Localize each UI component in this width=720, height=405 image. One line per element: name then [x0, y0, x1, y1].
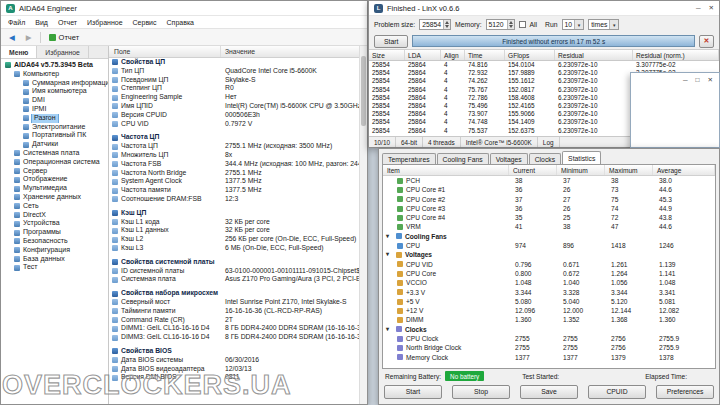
list-row[interactable]: Версия CPUID000506E3h — [109, 111, 359, 120]
tree-item-8[interactable]: Датчики — [1, 140, 108, 149]
menu-item-0[interactable]: Файл — [8, 19, 25, 26]
list-row[interactable]: Command Rate (CR)2T — [109, 316, 359, 325]
linx-table-row[interactable]: 2585425864474.816154.01046.230972e-103.3… — [369, 61, 719, 69]
list-row[interactable]: Частота памяти1377.5 MHz — [109, 186, 359, 195]
report-button[interactable]: Отчет — [46, 32, 83, 43]
sst-tab-voltages[interactable]: Voltages — [490, 153, 528, 164]
sst-data-row[interactable]: VCCIO1.0481.0401.0561.048 — [383, 278, 715, 287]
linx-column-5[interactable]: Residual — [555, 50, 633, 60]
sst-column-2[interactable]: Minimum — [557, 165, 605, 175]
sst-tab-cooling-fans[interactable]: Cooling Fans — [437, 153, 489, 164]
sst-data-row[interactable]: North Bridge Clock2755275527562755.9 — [383, 343, 715, 352]
spinner-arrows-icon[interactable] — [443, 20, 450, 29]
minimize-icon[interactable]: ─ — [696, 4, 701, 12]
list-row[interactable]: Частота North Bridge2755.1 MHz — [109, 169, 359, 178]
sst-column-3[interactable]: Maximum — [605, 165, 653, 175]
sst-data-row[interactable]: CPU Core #435257243.8 — [383, 213, 715, 222]
tree-item-19[interactable]: Безопасность — [1, 237, 108, 246]
background-window[interactable]: ─ □ ✕ — [630, 72, 720, 148]
sst-tab-temperatures[interactable]: Temperatures — [382, 153, 436, 164]
tree-item-18[interactable]: Программы — [1, 228, 108, 237]
memory-input[interactable]: 5120 — [486, 19, 515, 30]
list-section-header[interactable]: Частота ЦП — [109, 133, 359, 142]
tree-item-15[interactable]: Сеть — [1, 202, 108, 211]
list-row[interactable]: Частота FSB344.4 MHz (исходная: 100 MHz,… — [109, 160, 359, 169]
spinner-arrows-icon[interactable] — [507, 20, 514, 29]
linx-column-0[interactable]: Size — [369, 50, 405, 60]
sst-tab-statistics[interactable]: Statistics — [562, 151, 601, 164]
list-row[interactable]: Частота ЦП2755.1 MHz (исходная: 3500 MHz… — [109, 142, 359, 151]
sst-tab-clocks[interactable]: Clocks — [529, 153, 561, 164]
list-row[interactable]: Тип ЦПQuadCore Intel Core i5-6600K — [109, 67, 359, 76]
list-row[interactable]: Системная платаAsus Z170 Pro Gaming/Aura… — [109, 275, 359, 284]
column-header-value[interactable]: Значение — [221, 46, 359, 57]
menu-item-2[interactable]: Отчет — [58, 19, 77, 26]
scrollbar[interactable] — [359, 46, 367, 404]
list-row[interactable]: Дата BIOS видеоадаптера12/03/13 — [109, 365, 359, 374]
tree-item-16[interactable]: DirectX — [1, 211, 108, 220]
list-row[interactable]: Кэш L1 данных32 КБ per core — [109, 226, 359, 235]
tree-item-10[interactable]: Операционная система — [1, 158, 108, 167]
sst-button-cpuid[interactable]: CPUID — [588, 385, 646, 399]
list-section-header[interactable]: Свойства системной платы — [109, 258, 359, 267]
sst-column-4[interactable]: Average — [653, 165, 715, 175]
tree-item-11[interactable]: Сервер — [1, 167, 108, 176]
list-row[interactable]: Соотношение DRAM:FSB12:3 — [109, 195, 359, 204]
tree-item-2[interactable]: Имя компьютера — [1, 87, 108, 96]
tree-item-5[interactable]: Разгон — [1, 114, 108, 123]
list-row[interactable]: Псевдоним ЦПSkylake-S — [109, 76, 359, 85]
sst-data-row[interactable]: CPU Core #336267444.9 — [383, 204, 715, 213]
list-row[interactable]: CPU VID0.7972 V — [109, 120, 359, 129]
linx-column-2[interactable]: Align — [441, 50, 465, 60]
list-row[interactable]: Дата BIOS системы06/30/2016 — [109, 356, 359, 365]
linx-column-3[interactable]: Time — [465, 50, 505, 60]
list-row[interactable]: Тайминги памяти16-16-16-36 (CL-RCD-RP-RA… — [109, 307, 359, 316]
sst-data-row[interactable]: PCH38373838.0 — [383, 176, 715, 185]
tree-item-9[interactable]: Системная плата — [1, 149, 108, 158]
sst-group-row[interactable]: ▾Voltages — [383, 250, 715, 259]
all-checkbox[interactable] — [519, 21, 526, 28]
linx-column-4[interactable]: GFlops — [505, 50, 555, 60]
sst-data-row[interactable]: VRM41384744.6 — [383, 222, 715, 231]
list-section-header[interactable]: Свойства набора микросхем — [109, 289, 359, 298]
sst-column-1[interactable]: Current — [509, 165, 557, 175]
sst-button-save[interactable]: Save — [520, 385, 578, 399]
tree-item-6[interactable]: Электропитание — [1, 123, 108, 132]
problem-size-input[interactable]: 25854 — [419, 19, 451, 30]
sst-group-row[interactable]: ▾Clocks — [383, 325, 715, 334]
list-section-header[interactable]: Свойства ЦП — [109, 58, 359, 67]
sst-group-row[interactable]: ▾Cooling Fans — [383, 232, 715, 241]
linx-start-button[interactable]: Start — [374, 35, 408, 48]
list-row[interactable]: Engineering SampleНет — [109, 93, 359, 102]
list-row[interactable]: DIMM3: GeIL CL16-16-16 D48 ГБ DDR4-2400 … — [109, 333, 359, 342]
menu-item-4[interactable]: Сервис — [133, 19, 157, 26]
sst-data-row[interactable]: DIMM1.3601.3521.3681.360 — [383, 315, 715, 324]
list-row[interactable]: Кэш L1 кода32 КБ per core — [109, 218, 359, 227]
tree-root[interactable]: AIDA64 v5.75.3945 Beta — [1, 61, 108, 70]
linx-titlebar[interactable]: L Finished - LinX v0.6.6 ─ ✕ — [369, 1, 719, 16]
tree-item-1[interactable]: Суммарная информация — [1, 79, 108, 88]
tree-item-3[interactable]: DMI — [1, 96, 108, 105]
run-count-select[interactable]: 10 ▾ — [562, 19, 585, 30]
tree-item-22[interactable]: Тест — [1, 263, 108, 272]
sst-button-stop[interactable]: Stop — [452, 385, 510, 399]
sst-data-row[interactable]: Memory Clock1377137713791378 — [383, 353, 715, 362]
linx-stop-button[interactable]: ✕ — [699, 35, 714, 48]
list-section-header[interactable]: Кэш ЦП — [109, 209, 359, 218]
scrollbar-thumb[interactable] — [361, 56, 366, 126]
linx-column-1[interactable]: LDA — [405, 50, 441, 60]
sidebar-tab-0[interactable]: Меню — [1, 46, 37, 58]
menu-item-3[interactable]: Избранное — [87, 19, 122, 26]
aida64-titlebar[interactable]: A AIDA64 Engineer — [1, 1, 367, 16]
times-select[interactable]: times ▾ — [588, 19, 619, 30]
tree-item-17[interactable]: Устройства — [1, 219, 108, 228]
menu-item-1[interactable]: Вид — [35, 19, 48, 26]
minimize-icon[interactable]: ─ — [683, 76, 688, 84]
back-button[interactable]: ◀ — [6, 32, 18, 43]
sst-data-row[interactable]: +12 V12.09612.00012.14412.082 — [383, 306, 715, 315]
list-row[interactable]: Имя ЦПIDIntel(R) Core(TM) i5-6600K CPU @… — [109, 102, 359, 111]
list-row[interactable]: DIMM1: GeIL CL16-16-16 D48 ГБ DDR4-2400 … — [109, 324, 359, 333]
close-icon[interactable]: ✕ — [708, 76, 713, 84]
sst-data-row[interactable]: CPU VID0.7960.6711.2611.139 — [383, 260, 715, 269]
sst-data-row[interactable]: CPU97489614181246 — [383, 241, 715, 250]
